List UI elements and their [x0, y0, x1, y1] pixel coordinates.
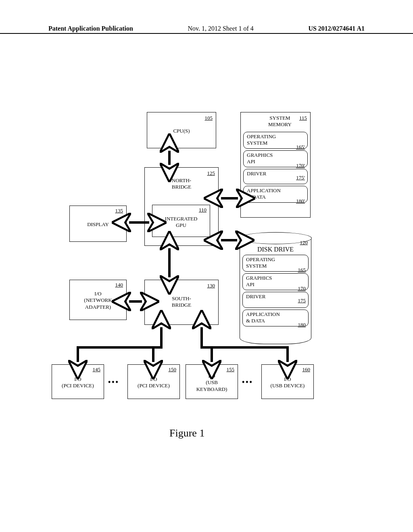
figure-caption: Figure 1: [169, 427, 204, 439]
diagram-canvas: 105 CPU(S) 125 NORTH- BRIDGE 110 INTEGRA…: [0, 0, 413, 532]
connector-lines: [0, 0, 413, 532]
